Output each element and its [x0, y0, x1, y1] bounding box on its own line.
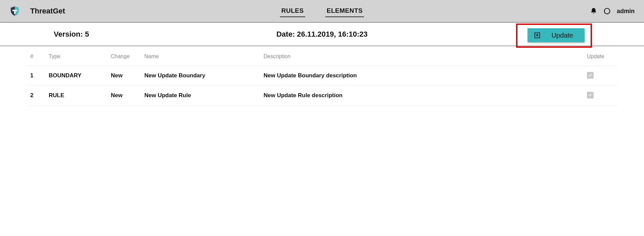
cell-type: BOUNDARY [45, 66, 107, 86]
table-row: 1BOUNDARYNewNew Update BoundaryNew Updat… [27, 66, 617, 86]
cell-change: New [107, 86, 141, 106]
info-bar: Version: 5 Date: 26.11.2019, 16:10:23 Up… [0, 23, 644, 46]
user-avatar-icon[interactable] [603, 7, 611, 15]
tab-rules[interactable]: RULES [280, 5, 305, 17]
app-title: ThreatGet [30, 7, 65, 15]
updates-table-wrap: # Type Change Name Description Update 1B… [0, 46, 644, 106]
cell-num: 2 [27, 86, 45, 106]
app-logo-icon [9, 6, 20, 16]
nav-tabs: RULES ELEMENTS [280, 5, 364, 17]
updates-table: # Type Change Name Description Update 1B… [27, 46, 617, 106]
notifications-icon[interactable] [590, 7, 597, 15]
col-header-change: Change [107, 46, 141, 66]
top-bar: ThreatGet RULES ELEMENTS admin [0, 0, 644, 23]
col-header-description: Description [260, 46, 584, 66]
cell-name: New Update Boundary [141, 66, 260, 86]
cell-description: New Update Boundary description [260, 66, 584, 86]
update-button-label: Update [552, 32, 573, 39]
cell-update [584, 86, 617, 106]
username-label[interactable]: admin [617, 8, 635, 15]
update-button[interactable]: Update [527, 28, 585, 42]
date-label: Date: 26.11.2019, 16:10:23 [276, 30, 368, 39]
cell-change: New [107, 66, 141, 86]
checkbox-checked-icon[interactable] [587, 92, 594, 99]
topbar-right: admin [590, 7, 635, 15]
svg-point-0 [604, 8, 610, 14]
col-header-update: Update [584, 46, 617, 66]
version-label: Version: 5 [54, 30, 89, 39]
col-header-name: Name [141, 46, 260, 66]
download-icon [534, 32, 541, 39]
cell-num: 1 [27, 66, 45, 86]
cell-name: New Update Rule [141, 86, 260, 106]
cell-description: New Update Rule description [260, 86, 584, 106]
table-row: 2RULENewNew Update RuleNew Update Rule d… [27, 86, 617, 106]
update-button-highlight: Update [516, 24, 592, 48]
cell-type: RULE [45, 86, 107, 106]
cell-update [584, 66, 617, 86]
col-header-type: Type [45, 46, 107, 66]
checkbox-checked-icon[interactable] [587, 72, 594, 79]
table-header-row: # Type Change Name Description Update [27, 46, 617, 66]
tab-elements[interactable]: ELEMENTS [325, 5, 364, 17]
col-header-num: # [27, 46, 45, 66]
topbar-left: ThreatGet [9, 6, 65, 16]
